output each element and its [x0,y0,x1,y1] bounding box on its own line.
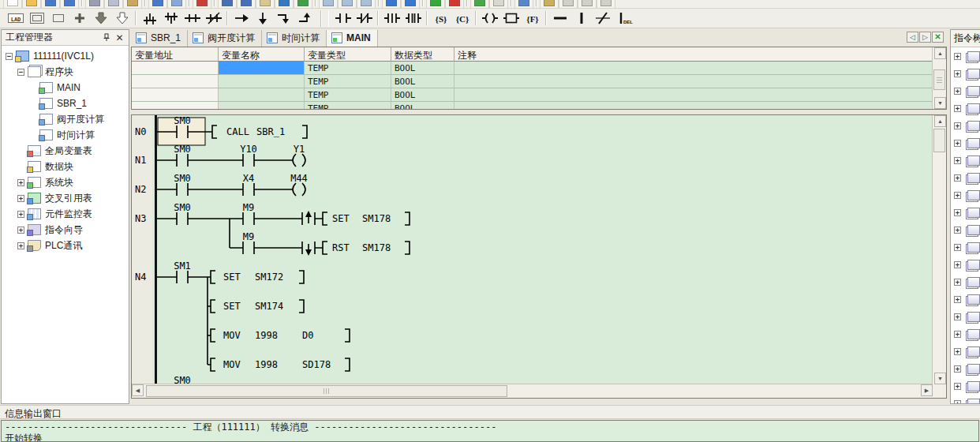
column-header-name[interactable]: 变量名称 [219,47,305,62]
expand-icon[interactable]: + [954,383,961,390]
expand-icon[interactable]: + [954,105,961,112]
tab-scroll-right-button[interactable]: ▷ [919,32,931,43]
download-plc-button[interactable] [382,0,401,9]
tool-b-button[interactable] [578,0,597,9]
contact-label[interactable]: X4 [243,173,254,184]
expand-icon[interactable]: + [954,348,961,355]
expand-icon[interactable]: + [17,227,24,234]
compile-button[interactable] [193,0,211,9]
open-button[interactable] [22,0,41,9]
contact-label[interactable]: SM0 [174,202,191,213]
expand-icon[interactable]: + [954,70,961,77]
document-button[interactable] [489,0,508,9]
instruction-op[interactable]: SET [223,272,241,283]
arrow-right-button[interactable] [230,10,252,27]
close-icon[interactable]: ✕ [113,32,126,44]
expand-icon[interactable]: + [17,211,24,218]
bookmark-button[interactable] [256,0,275,9]
name-cell[interactable] [219,62,305,75]
verify-button[interactable] [470,0,489,9]
tab-SBR_1[interactable]: SBR_1 [131,30,188,47]
line-del-button[interactable]: DEL [613,10,634,27]
expand-icon[interactable]: + [954,261,961,268]
instruction-op[interactable]: SET [223,301,241,312]
column-header-address[interactable]: 变量地址 [132,47,219,62]
instruction-tree-item[interactable]: + [951,221,980,238]
ladder-hscrollbar[interactable]: ◀ ▶ [132,384,933,398]
coil-label[interactable]: Y1 [294,144,305,155]
undo-button[interactable] [148,0,167,9]
redo-button[interactable] [167,0,186,9]
expand-icon[interactable]: + [954,174,961,182]
run-button[interactable] [426,0,445,9]
window-tile-2-button[interactable] [338,0,357,9]
instruction-arg[interactable]: SM178 [362,213,391,224]
empty-frame-button[interactable] [47,10,69,27]
instruction-tree-item[interactable]: + [951,377,980,395]
column-header-datatype[interactable]: 数据类型 [391,47,454,62]
vartype-cell[interactable]: TEMP [305,75,391,88]
datatype-cell[interactable]: BOOL [391,75,454,88]
ladder-editor[interactable]: N0 N1 N2 N3 N4 SM0 CALL SBR_1 SM0 Y10 Y1 [131,114,947,399]
instruction-tree-item[interactable]: + [951,117,980,134]
tree-item-data-block[interactable]: 数据块 [2,159,129,174]
lad-view-button[interactable]: LAD [5,10,26,27]
func-box-button[interactable] [500,10,522,27]
vartype-cell[interactable]: TEMP [305,88,391,102]
instruction-tree-item[interactable]: + [951,360,980,377]
tab-close-button[interactable]: ✕ [932,32,944,43]
instruction-tree-item[interactable]: + [951,99,980,117]
scroll-up-icon[interactable]: ▲ [934,115,946,127]
instruction-arg[interactable]: SM174 [255,301,283,312]
output-window-titlebar[interactable]: 信息输出窗口 [0,405,980,419]
contact-label[interactable]: M9 [243,202,254,213]
draw-line-up-button[interactable] [139,10,160,27]
instruction-tree-item[interactable]: + [951,290,980,308]
contact-pos-edge-button[interactable] [381,10,402,27]
instruction-op[interactable]: RST [332,242,350,253]
coil-label[interactable]: M44 [290,173,308,184]
comment-cell[interactable] [454,62,933,75]
instruction-op[interactable]: CALL [226,126,249,137]
tab-时间计算[interactable]: 时间计算 [262,30,327,47]
hscroll-thumb[interactable] [146,385,507,397]
expand-icon[interactable]: + [954,88,961,95]
instruction-tree-item[interactable]: + [951,238,980,256]
contact-label[interactable]: SM0 [174,144,191,155]
insert-row-down-button[interactable] [90,10,111,27]
arrow-turn-down-button[interactable] [273,10,294,27]
ladder-canvas[interactable]: N0 N1 N2 N3 N4 SM0 CALL SBR_1 SM0 Y10 Y1 [132,115,932,384]
instruction-tree-item[interactable]: + [951,169,980,186]
contact-label[interactable]: SM0 [174,115,191,126]
scroll-down-icon[interactable]: ▼ [934,373,946,384]
expand-icon[interactable]: + [954,227,961,234]
tree-item-system-block[interactable]: +系统块 [2,174,129,190]
scroll-right-icon[interactable]: ▶ [921,384,933,396]
expand-icon[interactable]: + [954,157,961,164]
expand-icon[interactable]: + [17,195,24,202]
name-cell[interactable] [219,102,305,109]
tree-item-time-calc[interactable]: 时间计算 [2,127,129,143]
draw-line-down-button[interactable] [160,10,181,27]
contact-nc-button[interactable] [353,10,375,27]
instruction-tree-item[interactable]: + [951,186,980,204]
variable-table-vscrollbar[interactable]: ▲ ▼ [932,47,946,109]
datatype-cell[interactable]: BOOL [391,102,454,109]
instruction-tree-item[interactable]: + [951,82,980,99]
vscroll-thumb[interactable] [933,69,945,90]
goto-button[interactable] [275,0,294,9]
find-next-button[interactable] [237,0,256,9]
instruction-tree-item[interactable]: + [951,204,980,221]
instruction-tree-item[interactable]: + [951,343,980,360]
tree-item-cross-ref[interactable]: +交叉引用表 [2,190,129,206]
tree-item-sbr1[interactable]: SBR_1 [2,96,129,111]
expand-icon[interactable]: + [954,365,961,373]
tree-item-global-vars[interactable]: 全局变量表 [2,143,129,159]
delete-row-down-button[interactable] [111,10,133,27]
save-button[interactable] [41,0,60,9]
expand-icon[interactable]: + [954,53,961,60]
vline-button[interactable] [570,10,592,27]
edit-doc-button[interactable] [540,0,559,9]
instruction-tree-item[interactable]: + [951,134,980,152]
scroll-down-icon[interactable]: ▼ [934,97,946,109]
